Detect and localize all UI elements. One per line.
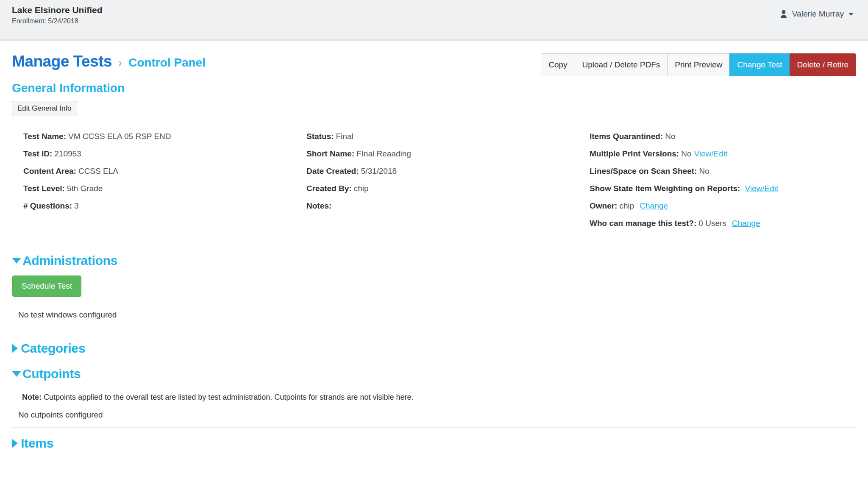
no-cutpoints-text: No cutpoints configured: [12, 410, 856, 420]
field-items-quarantined: Items Quarantined:No: [590, 131, 856, 142]
breadcrumb: Manage Tests › Control Panel: [12, 53, 206, 70]
field-test-id: Test ID:210953: [23, 148, 306, 159]
field-multiple-print-versions: Multiple Print Versions:NoView/Edit: [590, 148, 856, 159]
field-status: Status:Final: [306, 131, 590, 142]
divider: [12, 330, 856, 330]
caret-down-icon: [12, 371, 21, 377]
district-block: Lake Elsinore Unified Enrollment: 5/24/2…: [12, 5, 103, 25]
no-test-windows-text: No test windows configured: [12, 310, 856, 320]
items-heading-label: Items: [21, 436, 53, 451]
enrollment-date: Enrollment: 5/24/2018: [12, 17, 103, 25]
user-menu[interactable]: Valerie Murray: [779, 9, 854, 19]
view-edit-print-versions-link[interactable]: View/Edit: [694, 149, 727, 158]
items-section-toggle[interactable]: Items: [12, 436, 856, 451]
field-lines-space-scan-sheet: Lines/Space on Scan Sheet:No: [590, 165, 856, 177]
district-name: Lake Elsinore Unified: [12, 5, 103, 15]
field-manage-users: Who can manage this test?:0 UsersChange: [590, 217, 856, 229]
cutpoints-heading-label: Cutpoints: [22, 367, 81, 381]
info-column-3: Items Quarantined:No Multiple Print Vers…: [590, 131, 856, 235]
main-content: Manage Tests › Control Panel Copy Upload…: [0, 53, 868, 451]
divider: [12, 427, 856, 428]
change-owner-link[interactable]: Change: [640, 201, 668, 210]
field-num-questions: # Questions:3: [23, 200, 306, 211]
field-test-level: Test Level:5th Grade: [23, 183, 306, 194]
field-notes: Notes:: [306, 200, 590, 211]
field-test-name: Test Name:VM CCSS ELA 05 RSP END: [23, 131, 306, 142]
field-short-name: Short Name:FInal Reaading: [306, 148, 590, 159]
header-row: Manage Tests › Control Panel Copy Upload…: [12, 53, 856, 76]
chevron-right-icon: ›: [118, 56, 122, 70]
chevron-down-icon: [849, 13, 854, 16]
field-created-by: Created By:chip: [306, 183, 590, 194]
delete-retire-button[interactable]: Delete / Retire: [790, 53, 856, 76]
view-edit-weighting-link[interactable]: View/Edit: [745, 184, 778, 193]
page-title-manage-tests[interactable]: Manage Tests: [12, 53, 112, 70]
cutpoints-section-toggle[interactable]: Cutpoints: [12, 367, 856, 381]
general-info-grid: Test Name:VM CCSS ELA 05 RSP END Test ID…: [12, 131, 856, 235]
field-content-area: Content Area:CCSS ELA: [23, 165, 306, 177]
administrations-section-toggle[interactable]: Administrations: [12, 253, 856, 268]
info-column-2: Status:Final Short Name:FInal Reaading D…: [306, 131, 590, 235]
toolbar: Copy Upload / Delete PDFs Print Preview …: [541, 53, 856, 76]
administrations-heading-label: Administrations: [22, 253, 117, 268]
change-manage-users-link[interactable]: Change: [732, 219, 760, 228]
caret-down-icon: [12, 258, 21, 264]
info-column-1: Test Name:VM CCSS ELA 05 RSP END Test ID…: [23, 131, 306, 235]
field-owner: Owner:chipChange: [590, 200, 856, 211]
topbar: Lake Elsinore Unified Enrollment: 5/24/2…: [0, 0, 868, 41]
caret-right-icon: [12, 344, 18, 353]
user-icon: [779, 9, 788, 19]
categories-heading-label: Categories: [21, 341, 85, 356]
print-preview-button[interactable]: Print Preview: [667, 53, 730, 76]
copy-button[interactable]: Copy: [541, 53, 575, 76]
user-name: Valerie Murray: [792, 9, 844, 19]
change-test-button[interactable]: Change Test: [729, 53, 790, 76]
field-date-created: Date Created:5/31/2018: [306, 165, 590, 177]
breadcrumb-control-panel: Control Panel: [128, 56, 206, 70]
caret-right-icon: [12, 439, 18, 448]
general-information-heading: General Information: [12, 81, 856, 95]
field-state-item-weighting: Show State Item Weighting on Reports:Vie…: [590, 183, 856, 194]
upload-delete-pdfs-button[interactable]: Upload / Delete PDFs: [575, 53, 668, 76]
schedule-test-button[interactable]: Schedule Test: [12, 276, 81, 297]
edit-general-info-button[interactable]: Edit General Info: [12, 101, 77, 116]
cutpoints-note: Note:Cutpoints applied to the overall te…: [12, 393, 856, 402]
categories-section-toggle[interactable]: Categories: [12, 341, 856, 356]
